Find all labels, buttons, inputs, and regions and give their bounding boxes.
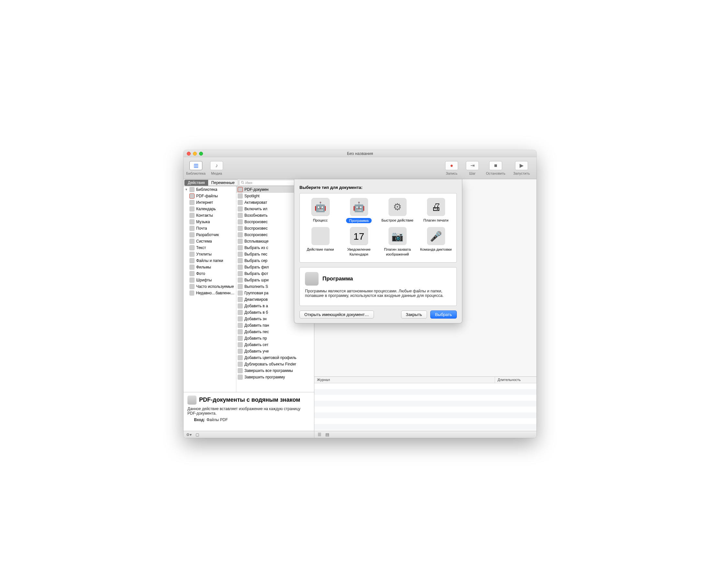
log-rows: [314, 383, 536, 431]
svg-point-0: [241, 181, 243, 183]
library-category[interactable]: Фильмы: [184, 264, 236, 270]
action-row[interactable]: Добавить уче: [236, 348, 314, 355]
library-category[interactable]: Система: [184, 238, 236, 245]
doc-type-option[interactable]: 🖨Плагин печати: [417, 196, 455, 225]
media-button[interactable]: ♪ Медиа: [207, 161, 226, 175]
document-type-grid: 🤖Процесс🤖Программа⚙︎Быстрое действие🖨Пла…: [299, 193, 457, 262]
document-type-sheet: Выберите тип для документа: 🤖Процесс🤖Про…: [294, 179, 462, 323]
doc-type-option[interactable]: ⚙︎Быстрое действие: [378, 196, 417, 225]
library-category[interactable]: Разработчик: [184, 232, 236, 238]
record-button[interactable]: ●Запись: [442, 161, 461, 175]
doc-type-icon: 🎤: [427, 227, 445, 245]
titlebar: Без названия: [184, 150, 536, 157]
minimize-window-icon[interactable]: [193, 152, 197, 155]
actions-variables-segment[interactable]: Действия Переменные: [184, 180, 238, 186]
close-button[interactable]: Закрыть: [401, 311, 427, 319]
library-category[interactable]: Музыка: [184, 219, 236, 225]
library-category[interactable]: Календарь: [184, 206, 236, 212]
doc-type-icon: ⚙︎: [388, 198, 407, 216]
library-category[interactable]: Фото: [184, 270, 236, 277]
doc-type-option[interactable]: 🤖Процесс: [301, 196, 340, 225]
left-statusbar: ⚙︎▾ ▢: [184, 431, 314, 438]
action-row[interactable]: Завершить программу: [236, 374, 314, 380]
doc-type-icon: 17: [350, 227, 368, 245]
app-window: Без названия ▥ Библиотека ♪ Медиа ●Запис…: [184, 150, 536, 438]
svg-line-1: [243, 183, 244, 184]
action-row[interactable]: Завершить все программы: [236, 368, 314, 374]
doc-type-icon: 🤖: [312, 198, 329, 216]
toolbar: ▥ Библиотека ♪ Медиа ●Запись ⇥Шаг ■Остан…: [184, 157, 536, 179]
panel-toggle-icon[interactable]: ▢: [196, 433, 199, 437]
choose-button[interactable]: Выбрать: [430, 311, 457, 319]
library-categories[interactable]: ▼Библиотека PDF-файлыИнтернетКалендарьКо…: [184, 186, 236, 392]
type-description: Программа Программы являются автономными…: [299, 267, 457, 306]
action-row[interactable]: Добавить пр: [236, 335, 314, 341]
step-button[interactable]: ⇥Шаг: [463, 161, 482, 175]
window-title: Без названия: [347, 151, 373, 156]
action-row[interactable]: Добавить сет: [236, 341, 314, 348]
list-view-icon[interactable]: ☰: [318, 432, 321, 437]
doc-type-option[interactable]: 🎤Команда диктовки: [417, 225, 455, 258]
doc-type-icon: 🤖: [350, 198, 368, 216]
doc-type-icon: 🖨: [427, 198, 445, 216]
search-icon: [241, 181, 244, 184]
pdf-watermark-icon: [187, 396, 197, 405]
close-window-icon[interactable]: [187, 152, 191, 155]
action-row[interactable]: Добавить цветовой профиль: [236, 355, 314, 361]
doc-type-option[interactable]: 17Уведомление Календаря: [340, 225, 378, 258]
doc-type-option[interactable]: Действие папки: [301, 225, 340, 258]
action-row[interactable]: Добавить пес: [236, 329, 314, 335]
gear-menu-icon[interactable]: ⚙︎▾: [186, 433, 192, 437]
run-button[interactable]: ▶Запустить: [509, 161, 534, 175]
library-button[interactable]: ▥ Библиотека: [186, 161, 205, 175]
action-row[interactable]: Дублировать объекты Finder: [236, 361, 314, 368]
action-detail: PDF-документы с водяным знаком Данное де…: [184, 392, 314, 431]
right-statusbar: ☰ ▤: [314, 431, 536, 438]
open-existing-button[interactable]: Открыть имеющийся документ…: [299, 311, 374, 319]
tab-actions[interactable]: Действия: [184, 180, 208, 186]
stop-button[interactable]: ■Остановить: [483, 161, 508, 175]
log-col-duration[interactable]: Длительность: [495, 377, 536, 383]
log-panel: Журнал Длительность: [314, 376, 536, 431]
library-category[interactable]: Утилиты: [184, 251, 236, 257]
doc-type-icon: 📷: [388, 227, 407, 245]
library-category[interactable]: PDF-файлы: [184, 193, 236, 199]
doc-type-icon: [312, 227, 329, 245]
doc-type-option[interactable]: 📷Плагин захвата изображений: [378, 225, 417, 258]
sheet-title: Выберите тип для документа:: [299, 185, 457, 190]
library-category[interactable]: Файлы и папки: [184, 257, 236, 264]
library-category[interactable]: Интернет: [184, 199, 236, 206]
library-category[interactable]: Почта: [184, 225, 236, 232]
library-category[interactable]: Текст: [184, 245, 236, 251]
doc-type-option[interactable]: 🤖Программа: [340, 196, 378, 225]
library-category[interactable]: Контакты: [184, 212, 236, 219]
library-category[interactable]: Шрифты: [184, 277, 236, 283]
log-col-journal[interactable]: Журнал: [314, 377, 495, 383]
grid-view-icon[interactable]: ▤: [325, 432, 329, 437]
program-icon: [305, 272, 319, 286]
tab-variables[interactable]: Переменные: [208, 180, 238, 186]
zoom-window-icon[interactable]: [199, 152, 203, 155]
